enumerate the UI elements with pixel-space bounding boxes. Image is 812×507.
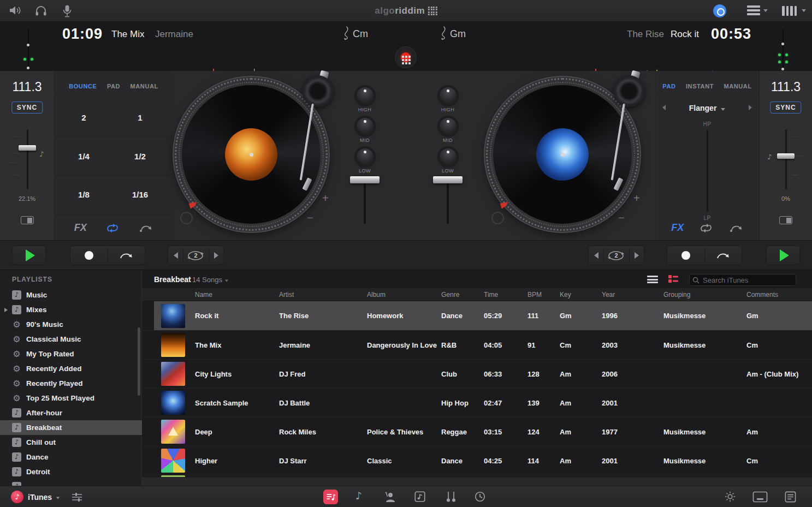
deck-b-sync-button[interactable]: SYNC — [770, 102, 801, 114]
loop-button-2[interactable]: 2 — [58, 113, 110, 122]
speaker-icon[interactable] — [9, 4, 22, 16]
eq-high-knob-a[interactable] — [357, 87, 374, 104]
deck-b-pitch-range-icon[interactable] — [779, 216, 792, 224]
loop-button-eighth[interactable]: 1/8 — [58, 190, 110, 199]
sidebar-item-dance[interactable]: ♪ Dance — [0, 450, 142, 464]
loop-double-b[interactable] — [629, 252, 644, 259]
deck-b-fx-button[interactable]: FX — [671, 222, 684, 234]
songs-tab-icon[interactable]: ♪ — [355, 490, 362, 502]
layout-caret-icon[interactable] — [763, 9, 768, 12]
column-year[interactable]: Year — [602, 291, 663, 299]
sidebar-item-90s-music[interactable]: ⚙ 90's Music — [0, 317, 142, 332]
albums-tab-icon[interactable] — [414, 491, 426, 503]
eq-low-knob-a[interactable] — [357, 148, 374, 165]
volume-fader-b[interactable] — [433, 176, 463, 183]
cue-button-a[interactable] — [70, 251, 108, 260]
loop-button-sixteenth[interactable]: 1/16 — [114, 190, 166, 199]
fx-selector[interactable]: Flanger — [656, 104, 758, 112]
sidebar-item-recently-played[interactable]: ⚙ Recently Played — [0, 376, 142, 391]
sidebar-item-recently-added[interactable]: ⚙ Recently Added — [0, 361, 142, 376]
deck-a-bounce-icon[interactable] — [139, 223, 153, 233]
column-name[interactable]: Name — [195, 291, 279, 299]
deck-b-loop-icon[interactable] — [699, 223, 713, 233]
column-genre[interactable]: Genre — [441, 291, 484, 299]
deck-a-fx-button[interactable]: FX — [74, 222, 87, 234]
eq-high-knob-b[interactable] — [440, 87, 457, 104]
loop-halve-b[interactable] — [589, 252, 603, 259]
midi-devices-icon[interactable] — [782, 6, 797, 16]
loop-double-a[interactable] — [209, 252, 223, 259]
track-row-rock-it[interactable]: Rock itThe Rise HomeworkDance 05:29111 G… — [142, 301, 812, 330]
track-row-scratch-sample[interactable]: Scratch SampleDJ Battle Hip Hop 02:47139… — [142, 388, 812, 417]
deck-b-pitch-handle[interactable] — [777, 153, 795, 159]
brightness-icon[interactable] — [724, 491, 736, 503]
column-bpm[interactable]: BPM — [527, 291, 560, 299]
column-album[interactable]: Album — [367, 291, 441, 299]
layout-icon[interactable] — [747, 5, 760, 17]
track-row-deep[interactable]: DeepRock Miles Police & ThievesReggae 03… — [142, 417, 812, 446]
library-song-count[interactable]: 14 Songs — [192, 276, 229, 284]
pitch-bend-minus-b[interactable]: − — [618, 212, 625, 224]
loop-button-quarter[interactable]: 1/4 — [58, 152, 110, 161]
deck-b-pitch-slider[interactable] — [785, 129, 787, 189]
volume-fader-a-track[interactable] — [364, 180, 366, 224]
pitch-bend-plus-a[interactable]: + — [322, 192, 329, 205]
sidebar-item-classical-music[interactable]: ⚙ Classical Music — [0, 332, 142, 347]
deck-a-loop-icon[interactable] — [105, 223, 120, 233]
search-input[interactable] — [689, 274, 796, 286]
pitch-bend-plus-b[interactable]: + — [633, 192, 640, 205]
eq-mid-knob-b[interactable] — [440, 118, 457, 135]
tab-bounce[interactable]: BOUNCE — [69, 83, 97, 90]
artists-tab-icon[interactable] — [382, 491, 396, 504]
volume-fader-b-track[interactable] — [447, 180, 449, 224]
genres-tab-icon[interactable] — [444, 490, 458, 503]
tab-manual-b[interactable]: MANUAL — [724, 83, 751, 90]
disc-recording-icon[interactable] — [713, 4, 726, 17]
sidebar-item-mixes[interactable]: ♪ Mixes — [0, 302, 142, 317]
deck-b-bounce-icon[interactable] — [729, 223, 743, 233]
headphones-icon[interactable] — [34, 4, 48, 17]
column-artist[interactable]: Artist — [279, 291, 367, 299]
sidebar-item-music[interactable]: ♪ Music — [0, 288, 142, 302]
loop-halve-a[interactable] — [168, 252, 183, 259]
source-caret-icon[interactable] — [56, 497, 60, 499]
column-key[interactable]: Key — [560, 291, 602, 299]
column-comments[interactable]: Comments — [746, 291, 812, 299]
play-button-b[interactable] — [766, 246, 800, 265]
loop-toggle-a[interactable]: 2 — [183, 246, 209, 264]
sidebar-scrollbar[interactable] — [138, 327, 140, 396]
tab-pad[interactable]: PAD — [107, 83, 120, 90]
crossfade-settings-icon[interactable] — [71, 492, 83, 503]
library-horizontal-scrollbar[interactable] — [142, 477, 812, 486]
column-time[interactable]: Time — [484, 291, 527, 299]
midi-caret-icon[interactable] — [802, 9, 806, 12]
tab-pad-b[interactable]: PAD — [662, 83, 675, 90]
track-row-higher[interactable]: HigherDJ Starr ClassicDance 04:25114 Am2… — [142, 446, 812, 475]
deck-a-pitch-handle[interactable] — [19, 145, 36, 151]
fx-slider-b[interactable] — [707, 130, 708, 212]
fx-next-icon[interactable] — [749, 105, 752, 110]
cue-button-b[interactable] — [667, 251, 704, 260]
deck-a-pitch-slider[interactable] — [27, 129, 28, 189]
loop-button-half[interactable]: 1/2 — [114, 152, 166, 161]
column-grouping[interactable]: Grouping — [663, 291, 746, 299]
volume-fader-a[interactable] — [350, 176, 380, 183]
play-button-a[interactable] — [12, 246, 46, 265]
microphone-icon[interactable] — [61, 4, 73, 19]
source-selector[interactable]: iTunes — [28, 493, 52, 502]
artwork-view-icon[interactable] — [668, 274, 679, 284]
track-row-city-lights[interactable]: City LightsDJ Fred Club 06:33128 Am2006 … — [142, 359, 812, 388]
queue-list-icon[interactable] — [784, 491, 797, 503]
playlists-tab-icon[interactable] — [323, 490, 338, 504]
keyboard-display-icon[interactable] — [752, 491, 768, 503]
track-row-the-mix[interactable]: The MixJermaine Dangerously In LoveR&B 0… — [142, 330, 812, 359]
sidebar-item-breakbeat[interactable]: ♪ Breakbeat — [0, 420, 142, 435]
list-view-icon[interactable] — [647, 276, 658, 285]
deck-a-pitch-range-icon[interactable] — [21, 216, 34, 224]
deck-a-sync-button[interactable]: SYNC — [11, 102, 43, 114]
loop-button-1[interactable]: 1 — [114, 113, 166, 122]
tab-manual[interactable]: MANUAL — [131, 83, 158, 90]
eq-mid-knob-a[interactable] — [357, 118, 374, 135]
grid-view-icon[interactable] — [402, 56, 411, 64]
pitch-bend-minus-a[interactable]: − — [307, 212, 313, 224]
